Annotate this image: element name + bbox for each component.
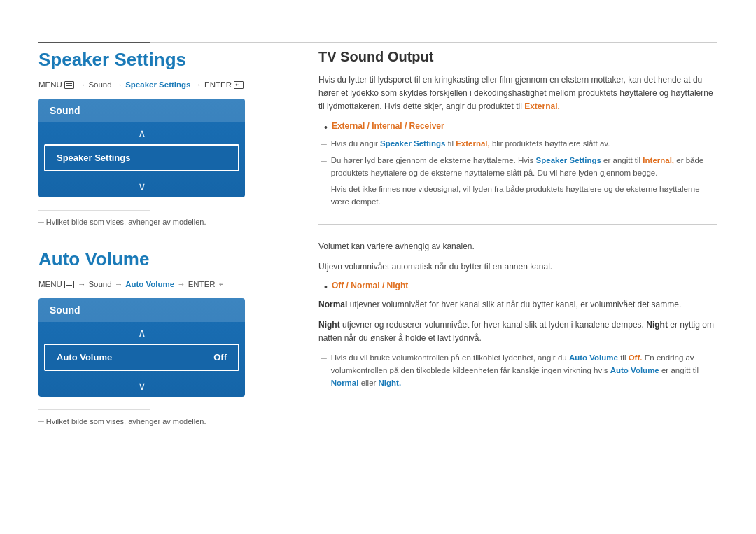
- av-bullet-highlight: Off / Normal / Night: [332, 281, 408, 290]
- right-separator: [318, 224, 718, 225]
- speaker-settings-note: Hvilket bilde som vises, avhenger av mod…: [38, 218, 298, 226]
- av-body-1: Volumet kan variere avhengig av kanalen.: [318, 240, 718, 253]
- dash-3-content: Hvis det ikke finnes noe videosignal, vi…: [331, 183, 718, 209]
- right-panel: TV Sound Output Hvis du lytter til lydsp…: [318, 49, 718, 394]
- av-enter-icon: [218, 281, 227, 288]
- auto-volume-ref-1: Auto Volume: [569, 353, 618, 362]
- sound-ui-box-1: Sound ∧ Speaker Settings ∨: [38, 99, 245, 197]
- arrow2: →: [115, 80, 123, 89]
- auto-volume-section: Auto Volume MENU → Sound → Auto Volume →…: [38, 248, 298, 426]
- auto-volume-item-value: Off: [214, 352, 227, 363]
- enter-icon: [234, 81, 244, 89]
- speaker-settings-section: Speaker Settings MENU → Sound → Speaker …: [38, 49, 298, 226]
- bullet-external-internal: External / Internal / Receiver: [324, 121, 718, 134]
- av-dash-item: Hvis du vil bruke volumkontrollen på en …: [321, 352, 718, 389]
- normal-rest: utjevner volumnivået for hver kanal slik…: [350, 300, 682, 309]
- dash-1-content: Hvis du angir Speaker Settings til Exter…: [331, 138, 610, 150]
- night-bold-label-2: Night: [646, 320, 668, 330]
- menu-label: MENU: [38, 80, 62, 89]
- tv-sound-output-body: Hvis du lytter til lydsporet til en krin…: [318, 73, 718, 114]
- off-ref: Off.: [629, 353, 643, 362]
- sound-ui-box-2: Sound ∧ Auto Volume Off ∨: [38, 298, 245, 397]
- auto-volume-item[interactable]: Auto Volume Off: [44, 344, 239, 371]
- tv-sound-output-title: TV Sound Output: [318, 49, 718, 65]
- normal-bold-label: Normal: [318, 300, 347, 309]
- breadcrumb-sound: Sound: [88, 80, 111, 89]
- section-divider-2: [38, 409, 150, 410]
- speaker-settings-item-label: Speaker Settings: [57, 153, 131, 163]
- auto-volume-ref-2: Auto Volume: [610, 366, 659, 374]
- top-line: [38, 42, 718, 43]
- enter-label: ENTER: [204, 80, 232, 89]
- dash-item-3: Hvis det ikke finnes noe videosignal, vi…: [321, 183, 718, 209]
- av-arrow3: →: [177, 280, 186, 288]
- menu-icon: [64, 81, 74, 89]
- dash-item-2: Du hører lyd bare gjennom de eksterne hø…: [321, 155, 718, 180]
- arrow-up-2: ∧: [38, 322, 245, 344]
- bullet-off-normal-night: Off / Normal / Night: [324, 281, 718, 293]
- speaker-settings-title: Speaker Settings: [38, 49, 298, 71]
- av-breadcrumb-sound: Sound: [88, 280, 111, 288]
- sound-box-header-2: Sound: [38, 298, 245, 322]
- av-breadcrumb-highlight: Auto Volume: [125, 280, 174, 288]
- night-bold-label: Night: [318, 320, 340, 330]
- arrow1: →: [78, 80, 86, 89]
- speaker-settings-ref-2: Speaker Settings: [536, 156, 601, 164]
- menu-icon-2: [64, 281, 74, 288]
- arrow3: →: [193, 80, 202, 89]
- speaker-settings-breadcrumb: MENU → Sound → Speaker Settings → ENTER: [38, 80, 298, 89]
- dash-2-content: Du hører lyd bare gjennom de eksterne hø…: [331, 155, 718, 180]
- arrow-up-1: ∧: [38, 122, 245, 144]
- normal-ref: Normal: [331, 379, 359, 387]
- section-divider-1: [38, 210, 150, 211]
- night-rest: utjevner og reduserer volumnivået for hv…: [342, 320, 644, 330]
- breadcrumb-highlight: Speaker Settings: [125, 80, 190, 89]
- sound-box-header-1: Sound: [38, 99, 245, 122]
- speaker-settings-ref-1: Speaker Settings: [380, 139, 445, 148]
- av-body-2: Utjevn volumnivået automatisk når du byt…: [318, 260, 718, 274]
- menu-label-2: MENU: [38, 280, 62, 288]
- arrow-down-1: ∨: [38, 176, 245, 197]
- av-arrow1: →: [78, 280, 86, 288]
- arrow-down-2: ∨: [38, 375, 245, 397]
- night-ref: Night.: [379, 379, 402, 387]
- left-panel: Speaker Settings MENU → Sound → Speaker …: [38, 49, 298, 426]
- av-arrow2: →: [115, 280, 123, 288]
- auto-volume-note: Hvilket bilde som vises, avhenger av mod…: [38, 417, 298, 426]
- av-enter-label: ENTER: [188, 280, 216, 288]
- auto-volume-breadcrumb: MENU → Sound → Auto Volume → ENTER: [38, 280, 298, 288]
- auto-volume-right-section: Volumet kan variere avhengig av kanalen.…: [318, 240, 718, 390]
- tv-sound-output-section: TV Sound Output Hvis du lytter til lydsp…: [318, 49, 718, 209]
- dash-item-1: Hvis du angir Speaker Settings til Exter…: [321, 138, 718, 150]
- av-dash-content: Hvis du vil bruke volumkontrollen på en …: [331, 352, 718, 389]
- top-line-accent: [38, 42, 150, 43]
- auto-volume-item-label: Auto Volume: [57, 352, 112, 363]
- external-ref-1: External,: [456, 139, 490, 148]
- internal-ref: Internal,: [643, 156, 674, 164]
- body-highlight-external: External.: [524, 101, 560, 111]
- body-text-1: Hvis du lytter til lydsporet til en krin…: [318, 75, 713, 111]
- night-text: Night utjevner og reduserer volumnivået …: [318, 318, 718, 345]
- speaker-settings-item[interactable]: Speaker Settings: [44, 144, 239, 171]
- bullet-highlight: External / Internal / Receiver: [332, 121, 444, 131]
- normal-text: Normal utjevner volumnivået for hver kan…: [318, 298, 718, 311]
- auto-volume-title: Auto Volume: [38, 248, 298, 270]
